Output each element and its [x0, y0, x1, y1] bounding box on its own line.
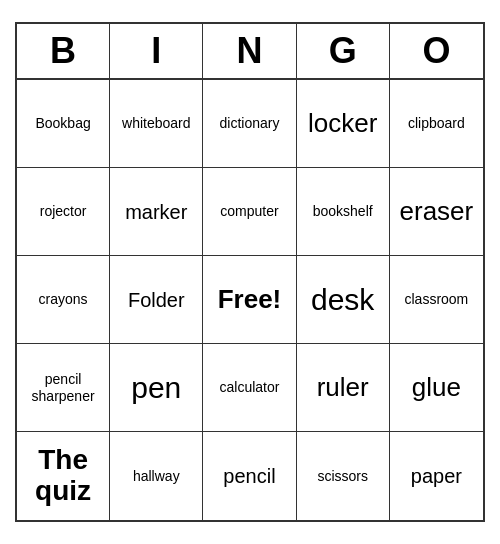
bingo-cell: crayons — [17, 256, 110, 344]
bingo-cell: calculator — [203, 344, 296, 432]
bingo-letter: G — [297, 24, 390, 78]
bingo-cell: The quiz — [17, 432, 110, 520]
bingo-cell: classroom — [390, 256, 483, 344]
bingo-cell: computer — [203, 168, 296, 256]
bingo-header: BINGO — [17, 24, 483, 80]
bingo-cell: desk — [297, 256, 390, 344]
bingo-cell: marker — [110, 168, 203, 256]
bingo-cell: pencil — [203, 432, 296, 520]
bingo-cell: Bookbag — [17, 80, 110, 168]
bingo-letter: O — [390, 24, 483, 78]
bingo-cell: pen — [110, 344, 203, 432]
bingo-letter: N — [203, 24, 296, 78]
bingo-cell: rojector — [17, 168, 110, 256]
bingo-cell: locker — [297, 80, 390, 168]
bingo-cell: bookshelf — [297, 168, 390, 256]
bingo-cell: glue — [390, 344, 483, 432]
bingo-cell: dictionary — [203, 80, 296, 168]
bingo-cell: ruler — [297, 344, 390, 432]
bingo-cell: hallway — [110, 432, 203, 520]
bingo-cell: eraser — [390, 168, 483, 256]
bingo-cell: whiteboard — [110, 80, 203, 168]
bingo-cell: pencil sharpener — [17, 344, 110, 432]
bingo-letter: B — [17, 24, 110, 78]
bingo-cell: paper — [390, 432, 483, 520]
bingo-card: BINGO Bookbagwhiteboarddictionarylockerc… — [15, 22, 485, 522]
bingo-grid: Bookbagwhiteboarddictionarylockerclipboa… — [17, 80, 483, 520]
bingo-cell: Free! — [203, 256, 296, 344]
bingo-cell: Folder — [110, 256, 203, 344]
bingo-letter: I — [110, 24, 203, 78]
bingo-cell: scissors — [297, 432, 390, 520]
bingo-cell: clipboard — [390, 80, 483, 168]
